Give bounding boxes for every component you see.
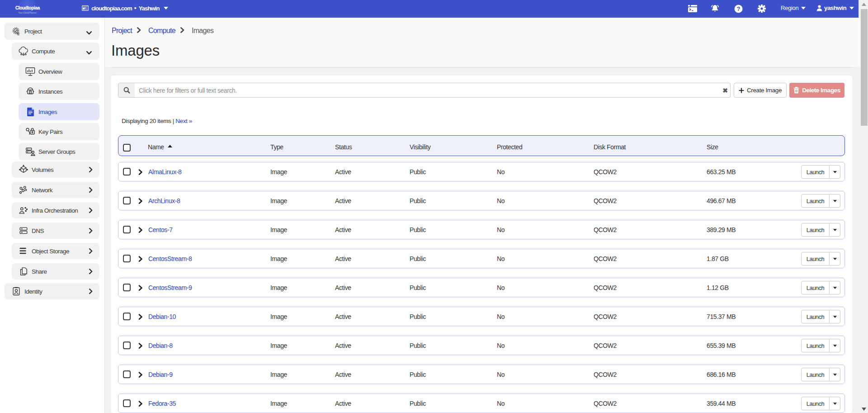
svg-text:?: ? <box>737 5 741 12</box>
